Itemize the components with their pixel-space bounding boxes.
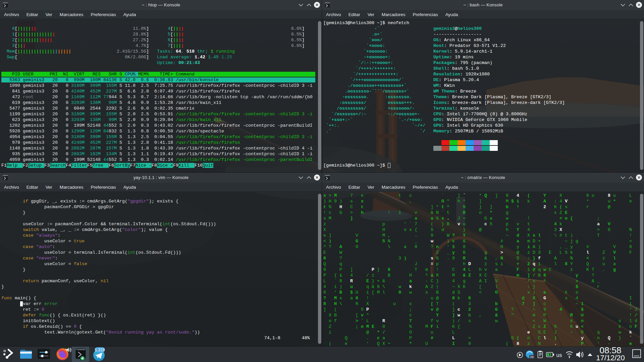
svg-text:1.319: 1.319	[95, 348, 105, 352]
svg-text:19: 19	[530, 355, 534, 359]
svg-text:us: us	[556, 352, 562, 358]
